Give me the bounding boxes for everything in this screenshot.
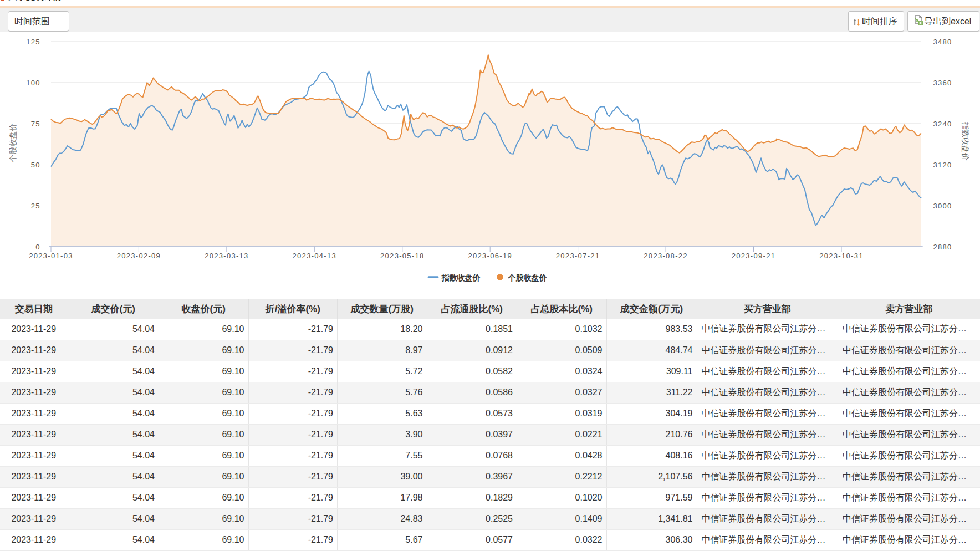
svg-text:2023-09-21: 2023-09-21: [732, 252, 776, 260]
svg-text:0: 0: [35, 243, 40, 251]
svg-text:2023-03-13: 2023-03-13: [205, 252, 249, 260]
svg-text:2023-01-03: 2023-01-03: [29, 252, 73, 260]
svg-text:指数收盘价: 指数收盘价: [441, 273, 481, 282]
svg-text:50: 50: [31, 161, 40, 169]
svg-text:2023-08-22: 2023-08-22: [644, 252, 688, 260]
svg-text:2023-04-13: 2023-04-13: [293, 252, 337, 260]
svg-text:个股收盘价: 个股收盘价: [8, 124, 17, 163]
svg-text:3480: 3480: [933, 38, 952, 46]
svg-text:75: 75: [31, 120, 40, 128]
svg-text:2880: 2880: [933, 243, 952, 251]
svg-text:3000: 3000: [933, 202, 952, 210]
svg-text:25: 25: [31, 202, 40, 210]
svg-text:3120: 3120: [933, 161, 952, 169]
svg-text:3360: 3360: [933, 79, 952, 87]
svg-text:指数收盘价: 指数收盘价: [961, 122, 970, 161]
svg-text:2023-02-09: 2023-02-09: [117, 252, 161, 260]
svg-text:3240: 3240: [933, 120, 952, 128]
svg-text:2023-05-18: 2023-05-18: [380, 252, 425, 260]
svg-text:2023-06-19: 2023-06-19: [468, 252, 512, 260]
svg-text:个股收盘价: 个股收盘价: [508, 273, 548, 282]
svg-text:125: 125: [26, 38, 40, 46]
svg-text:2023-07-21: 2023-07-21: [556, 252, 600, 260]
svg-text:2023-10-31: 2023-10-31: [819, 252, 864, 260]
svg-text:100: 100: [26, 79, 40, 87]
